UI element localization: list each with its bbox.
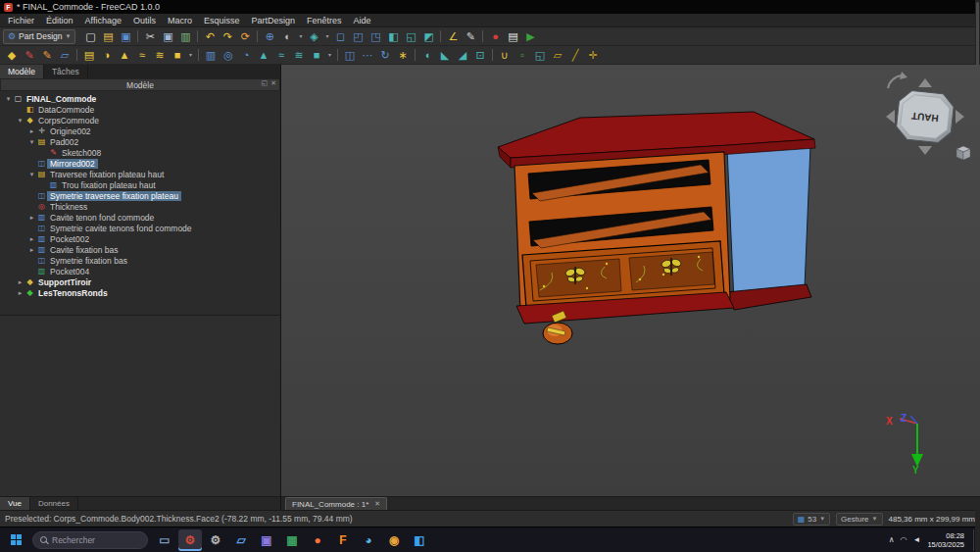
tree-item[interactable]: ▸ ◆ SupportTiroir xyxy=(0,276,280,287)
workbench-selector[interactable]: ⚙ Part Design ▼ xyxy=(3,29,75,44)
annotation-icon[interactable]: ✎ xyxy=(462,28,479,45)
expand-arrow-icon[interactable]: ▾ xyxy=(27,171,36,178)
polar-pattern-icon[interactable]: ↻ xyxy=(376,47,394,64)
separator[interactable] xyxy=(489,47,496,64)
3d-viewport[interactable]: HAUT X Z Y FINAL_ xyxy=(281,65,980,510)
rotate-left-icon[interactable] xyxy=(888,75,902,88)
hole-icon[interactable]: ◎ xyxy=(220,47,237,64)
dropdown-arrow-icon[interactable]: ▾ xyxy=(322,28,331,45)
chamfer-icon[interactable]: ◣ xyxy=(436,47,454,64)
chevron-up-icon[interactable]: ∧ xyxy=(889,535,895,544)
tree-item[interactable]: ✎ Sketch008 xyxy=(0,147,280,158)
tree-item[interactable]: ◫ Symetrie traversee fixation plateau xyxy=(0,190,280,201)
isometric-view-icon[interactable]: ◈ xyxy=(305,28,322,45)
view-right-icon[interactable]: ◳ xyxy=(367,28,384,45)
fillet-icon[interactable]: ◖ xyxy=(418,47,436,64)
tree-item[interactable]: ▥ Trou fixation plateau haut xyxy=(0,179,280,190)
vscode-icon[interactable]: ◧ xyxy=(408,529,431,551)
multitransform-icon[interactable]: ∗ xyxy=(394,47,412,64)
datum-plane-icon[interactable]: ▱ xyxy=(549,47,566,64)
navigation-cube[interactable]: HAUT xyxy=(878,69,972,163)
tree-item[interactable]: ▾ ▤ Traversee fixation plateau haut xyxy=(0,169,280,179)
expand-arrow-icon[interactable]: ▸ xyxy=(27,235,36,243)
paste-icon[interactable]: ▥ xyxy=(176,28,194,45)
edge-icon[interactable]: ◕ xyxy=(357,529,380,551)
navcube-arrow-up[interactable] xyxy=(918,78,932,87)
tree-item[interactable]: ◫ Symetrie fixation bas xyxy=(0,255,280,266)
tree-item[interactable]: ◧ DataCommode xyxy=(0,104,280,115)
taskbar-search[interactable]: Rechercher xyxy=(32,531,148,549)
groove-icon[interactable]: ◔ xyxy=(237,47,255,64)
close-icon[interactable]: ✕ xyxy=(374,500,380,508)
property-tab[interactable]: Données xyxy=(30,497,78,510)
panel-tab[interactable]: Tâches xyxy=(44,65,88,78)
expand-arrow-icon[interactable]: ▸ xyxy=(16,278,24,286)
navcube-arrow-left[interactable] xyxy=(886,110,895,124)
cut-icon[interactable]: ✂ xyxy=(141,28,159,45)
subtractive-primitive-icon[interactable]: ■ xyxy=(308,47,325,64)
expand-arrow-icon[interactable]: ▾ xyxy=(16,117,24,125)
additive-primitive-icon[interactable]: ■ xyxy=(169,47,186,64)
tree-item[interactable]: ▾ ▤ Pad002 xyxy=(0,136,280,147)
dropdown-arrow-icon[interactable]: ▾ xyxy=(296,28,305,45)
volume-icon[interactable]: ◄ xyxy=(913,535,921,544)
boolean-icon[interactable]: ∪ xyxy=(496,47,514,64)
menu-item[interactable]: PartDesign xyxy=(245,14,301,26)
additive-loft-icon[interactable]: ▲ xyxy=(116,47,133,64)
clone-icon[interactable]: ◱ xyxy=(531,47,549,64)
menu-item[interactable]: Affichage xyxy=(79,14,127,26)
grid-size-control[interactable]: ▦ 53 ▼ xyxy=(793,513,830,526)
tree-item[interactable]: ▥ Pocket004 xyxy=(0,266,280,276)
revolution-icon[interactable]: ◑ xyxy=(98,47,116,64)
mini-cube-icon[interactable] xyxy=(956,146,970,160)
navcube-arrow-down[interactable] xyxy=(918,146,932,155)
separator[interactable] xyxy=(195,47,202,64)
menu-item[interactable]: Fenêtres xyxy=(301,14,348,26)
tree-item[interactable]: ◫ Symetrie cavite tenons fond commode xyxy=(0,223,280,233)
chrome-icon[interactable]: ◉ xyxy=(382,529,406,551)
measure-icon[interactable]: ∠ xyxy=(444,28,462,45)
undo-icon[interactable]: ↶ xyxy=(201,28,219,45)
start-button[interactable] xyxy=(4,529,27,551)
macro-record-icon[interactable]: ● xyxy=(486,28,504,45)
expand-arrow-icon[interactable]: ▾ xyxy=(27,138,36,146)
dropdown-arrow-icon[interactable]: ▾ xyxy=(186,47,195,64)
firefox-icon[interactable]: ● xyxy=(306,529,329,551)
subtractive-loft-icon[interactable]: ▲ xyxy=(255,47,272,64)
tree-item[interactable]: ◫ Mirrored002 xyxy=(0,158,280,169)
menu-item[interactable]: Aide xyxy=(348,14,377,26)
mirrored-icon[interactable]: ◫ xyxy=(341,47,359,64)
property-tab[interactable]: Vue xyxy=(0,497,30,510)
view-left-icon[interactable]: ◩ xyxy=(419,28,437,45)
tree-item[interactable]: ▸ ▥ Cavite fixation bas xyxy=(0,244,280,255)
photos-icon[interactable]: ▣ xyxy=(255,529,278,551)
store-icon[interactable]: ▱ xyxy=(229,529,253,551)
commode-3d-model[interactable] xyxy=(498,112,815,344)
datum-line-icon[interactable]: ╱ xyxy=(566,47,584,64)
save-icon[interactable]: ▣ xyxy=(117,28,134,45)
navigation-style-select[interactable]: Gesture ▼ xyxy=(836,513,882,526)
freecad-start-icon[interactable]: F xyxy=(331,529,355,551)
freecad-icon[interactable]: ⚙ xyxy=(178,529,202,551)
separator[interactable] xyxy=(134,28,141,45)
view-front-icon[interactable]: ◻ xyxy=(331,28,349,45)
float-panel-icon[interactable]: ◱ xyxy=(262,79,269,87)
separator[interactable] xyxy=(254,28,261,45)
commode-side-panel[interactable] xyxy=(727,145,810,302)
edit-sketch-icon[interactable]: ✎ xyxy=(38,47,56,64)
tree-item[interactable]: ▸ ✛ Origine002 xyxy=(0,125,280,136)
fit-all-icon[interactable]: ⊕ xyxy=(261,28,278,45)
pocket-icon[interactable]: ▥ xyxy=(202,47,220,64)
tree-item[interactable]: ▾ ◆ CorpsCommode xyxy=(0,115,280,125)
macro-execute-icon[interactable]: ▶ xyxy=(521,28,539,45)
separator[interactable] xyxy=(437,28,444,45)
shapebinder-icon[interactable]: ▫ xyxy=(514,47,531,64)
expand-arrow-icon[interactable]: ▸ xyxy=(27,214,36,222)
separator[interactable] xyxy=(194,28,201,45)
view-rear-icon[interactable]: ◧ xyxy=(384,28,402,45)
separator[interactable] xyxy=(74,47,80,64)
draw-style-icon[interactable]: ◐ xyxy=(278,28,296,45)
menu-item[interactable]: Fichier xyxy=(2,14,40,26)
view-bottom-icon[interactable]: ◱ xyxy=(402,28,419,45)
tree-item[interactable]: ◎ Thickness xyxy=(0,201,280,212)
